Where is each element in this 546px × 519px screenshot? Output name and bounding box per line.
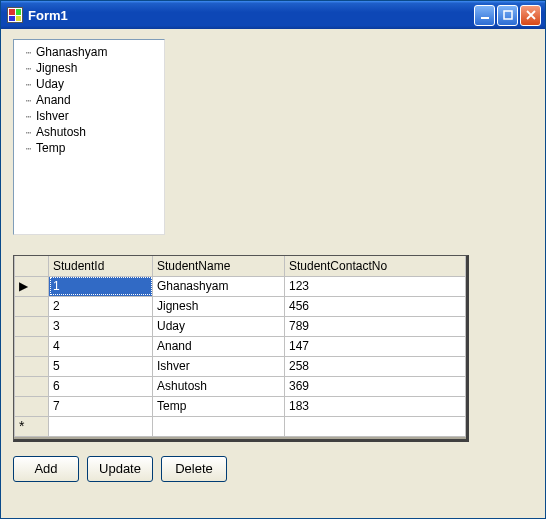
row-header[interactable]: ▶ bbox=[15, 276, 49, 296]
cell-contact[interactable]: 147 bbox=[285, 336, 466, 356]
cell-student-name[interactable]: Ghanashyam bbox=[153, 276, 285, 296]
tree-item-label: Ishver bbox=[36, 109, 69, 123]
column-header-id[interactable]: StudentId bbox=[49, 256, 153, 276]
svg-rect-0 bbox=[481, 17, 489, 19]
delete-button[interactable]: Delete bbox=[161, 456, 227, 482]
tree-item[interactable]: Ishver bbox=[16, 108, 162, 124]
empty-cell[interactable] bbox=[153, 416, 285, 436]
cell-student-id[interactable]: 2 bbox=[49, 296, 153, 316]
tree-node-icon bbox=[20, 143, 36, 154]
tree-item[interactable]: Jignesh bbox=[16, 60, 162, 76]
tree-item[interactable]: Ghanashyam bbox=[16, 44, 162, 60]
table-row[interactable]: 3Uday789 bbox=[15, 316, 466, 336]
cell-student-name[interactable]: Uday bbox=[153, 316, 285, 336]
tree-node-icon bbox=[20, 79, 36, 90]
add-button[interactable]: Add bbox=[13, 456, 79, 482]
cell-contact[interactable]: 123 bbox=[285, 276, 466, 296]
grid-corner[interactable] bbox=[15, 256, 49, 276]
table-row[interactable]: 5Ishver258 bbox=[15, 356, 466, 376]
cell-student-name[interactable]: Jignesh bbox=[153, 296, 285, 316]
tree-item[interactable]: Anand bbox=[16, 92, 162, 108]
data-grid[interactable]: StudentId StudentName StudentContactNo ▶… bbox=[13, 255, 469, 442]
column-header-name[interactable]: StudentName bbox=[153, 256, 285, 276]
cell-contact[interactable]: 789 bbox=[285, 316, 466, 336]
cell-contact[interactable]: 183 bbox=[285, 396, 466, 416]
window-controls bbox=[474, 5, 541, 26]
minimize-button[interactable] bbox=[474, 5, 495, 26]
tree-item-label: Anand bbox=[36, 93, 71, 107]
new-row[interactable]: * bbox=[15, 416, 466, 436]
tree-item[interactable]: Ashutosh bbox=[16, 124, 162, 140]
cell-student-id[interactable]: 3 bbox=[49, 316, 153, 336]
title-bar[interactable]: Form1 bbox=[1, 1, 545, 29]
cell-student-name[interactable]: Ishver bbox=[153, 356, 285, 376]
cell-contact[interactable]: 369 bbox=[285, 376, 466, 396]
row-header[interactable] bbox=[15, 356, 49, 376]
row-header[interactable] bbox=[15, 336, 49, 356]
cell-student-id[interactable]: 5 bbox=[49, 356, 153, 376]
main-window: Form1 GhanashyamJigneshUdayAnandIshverAs… bbox=[0, 0, 546, 519]
tree-item-label: Temp bbox=[36, 141, 65, 155]
row-header[interactable] bbox=[15, 316, 49, 336]
tree-item-label: Jignesh bbox=[36, 61, 77, 75]
cell-student-name[interactable]: Temp bbox=[153, 396, 285, 416]
cell-student-name[interactable]: Ashutosh bbox=[153, 376, 285, 396]
update-button[interactable]: Update bbox=[87, 456, 153, 482]
window-title: Form1 bbox=[28, 8, 474, 23]
tree-item[interactable]: Temp bbox=[16, 140, 162, 156]
cell-student-name[interactable]: Anand bbox=[153, 336, 285, 356]
tree-node-icon bbox=[20, 111, 36, 122]
maximize-button[interactable] bbox=[497, 5, 518, 26]
tree-item-label: Uday bbox=[36, 77, 64, 91]
table-row[interactable]: 7Temp183 bbox=[15, 396, 466, 416]
svg-rect-1 bbox=[504, 11, 512, 19]
table-row[interactable]: ▶1Ghanashyam123 bbox=[15, 276, 466, 296]
cell-student-id[interactable]: 7 bbox=[49, 396, 153, 416]
tree-item[interactable]: Uday bbox=[16, 76, 162, 92]
cell-student-id[interactable]: 6 bbox=[49, 376, 153, 396]
tree-node-icon bbox=[20, 95, 36, 106]
tree-item-label: Ghanashyam bbox=[36, 45, 107, 59]
tree-view[interactable]: GhanashyamJigneshUdayAnandIshverAshutosh… bbox=[13, 39, 165, 235]
cell-student-id[interactable]: 1 bbox=[49, 276, 153, 296]
close-button[interactable] bbox=[520, 5, 541, 26]
table-row[interactable]: 2Jignesh456 bbox=[15, 296, 466, 316]
empty-cell[interactable] bbox=[285, 416, 466, 436]
column-header-contact[interactable]: StudentContactNo bbox=[285, 256, 466, 276]
row-header[interactable] bbox=[15, 296, 49, 316]
cell-contact[interactable]: 258 bbox=[285, 356, 466, 376]
client-area: GhanashyamJigneshUdayAnandIshverAshutosh… bbox=[1, 29, 545, 518]
tree-node-icon bbox=[20, 47, 36, 58]
cell-contact[interactable]: 456 bbox=[285, 296, 466, 316]
row-header[interactable] bbox=[15, 396, 49, 416]
tree-node-icon bbox=[20, 63, 36, 74]
row-header[interactable] bbox=[15, 376, 49, 396]
app-icon bbox=[7, 7, 23, 23]
empty-cell[interactable] bbox=[49, 416, 153, 436]
table-row[interactable]: 4Anand147 bbox=[15, 336, 466, 356]
cell-student-id[interactable]: 4 bbox=[49, 336, 153, 356]
button-row: Add Update Delete bbox=[13, 456, 533, 482]
tree-node-icon bbox=[20, 127, 36, 138]
new-row-indicator[interactable]: * bbox=[15, 416, 49, 436]
tree-item-label: Ashutosh bbox=[36, 125, 86, 139]
table-row[interactable]: 6Ashutosh369 bbox=[15, 376, 466, 396]
